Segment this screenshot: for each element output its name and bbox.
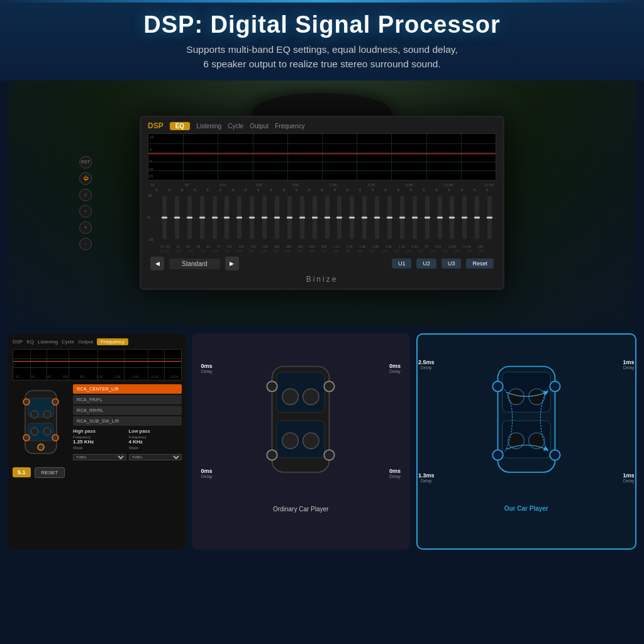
svg-point-15	[282, 389, 298, 404]
tab-listening[interactable]: Listening	[196, 123, 221, 130]
svg-point-10	[31, 428, 38, 435]
reset-button[interactable]: Reset	[466, 258, 494, 269]
highpass-filter: High pass Frequency 1.25 KHz Slope THRU	[73, 428, 126, 461]
sound-diagram-row: 0ms Delay 0ms Delay 0ms Delay 0ms Delay	[192, 333, 636, 550]
ordinary-car-card: 0ms Delay 0ms Delay 0ms Delay 0ms Delay	[192, 333, 410, 550]
svg-point-33	[550, 450, 560, 460]
back-button[interactable]: ←	[79, 205, 92, 218]
car-channel-area: RCA_CENTER_L/R RCA_FR/FL RCA_RR/RL RCA_S…	[13, 384, 182, 462]
ordinary-car-diagram: 0ms Delay 0ms Delay 0ms Delay 0ms Delay	[197, 338, 405, 503]
eq-bottom-controls: ◀ Standard ▶ U1 U2 U3 Reset	[148, 254, 496, 273]
svg-point-8	[31, 411, 38, 418]
vol-down-button[interactable]: -	[79, 238, 92, 250]
panel-tab-frequency[interactable]: Frequency	[97, 338, 128, 345]
svg-point-17	[282, 433, 298, 448]
channel-list: RCA_CENTER_L/R RCA_FR/FL RCA_RR/RL RCA_S…	[73, 384, 182, 426]
svg-point-5	[23, 435, 30, 441]
panel-eq-graph: 20 50 100 200 500 1.0K 2.0K 5.0K 10.0K 2…	[13, 349, 182, 380]
ordinary-label: Ordinary Car Player	[197, 506, 405, 513]
eq-sliders: // Will be rendered inline	[158, 192, 496, 243]
u3-button[interactable]: U3	[441, 258, 462, 269]
panel-tab-eq[interactable]: EQ	[26, 339, 34, 345]
svg-point-11	[43, 428, 51, 435]
svg-point-21	[267, 450, 277, 460]
home-button[interactable]: ⌂	[79, 189, 92, 201]
version-badge: 5.1	[13, 467, 31, 477]
slider-values-row: 000000000000000000000000000	[148, 188, 496, 192]
panel-red-line	[13, 361, 181, 362]
u2-button[interactable]: U2	[416, 258, 436, 269]
panel-tab-cycle[interactable]: Cycle	[62, 339, 74, 345]
svg-point-18	[303, 433, 319, 448]
q-row: Q: 2.0 2.0 2.0 2.0 2.0 2.0 2.0 2.0 2.0 2…	[148, 249, 496, 254]
our-label: Our Car Player	[423, 505, 631, 512]
power-button[interactable]: ⏻	[79, 172, 92, 185]
rst-label: RST	[79, 156, 92, 169]
fc-row: FC: 20 27 35 46 60 79 103 134 176 229 29…	[148, 244, 496, 249]
panel-bottom-controls: 5.1 RESET	[13, 467, 182, 478]
svg-point-20	[325, 381, 335, 391]
filter-columns: High pass Frequency 1.25 KHz Slope THRU …	[73, 428, 182, 461]
dsp-frequency-panel: DSP EQ Listening Cycle Output Frequency …	[8, 333, 187, 550]
dsp-brand: DSP	[148, 121, 164, 130]
panel-tab-listening[interactable]: Listening	[38, 339, 58, 345]
highpass-slope-select[interactable]: THRU	[73, 454, 126, 460]
panel-tab-dsp[interactable]: DSP	[13, 339, 23, 345]
channel-rr-rl[interactable]: RCA_RR/RL	[73, 406, 182, 415]
main-screen: DSP EQ Listening Cycle Output Frequency	[140, 116, 504, 290]
our-car-card: 2.5ms Delay 1ms Delay 1.3ms Delay 1ms De…	[416, 333, 637, 550]
header-subtitle: Supports multi-band EQ settings, equal l…	[13, 42, 631, 72]
prev-preset-button[interactable]: ◀	[150, 257, 164, 270]
vol-up-button[interactable]: +	[79, 221, 92, 234]
preset-label: Standard	[169, 258, 220, 269]
sound-diagram-section: 0ms Delay 0ms Delay 0ms Delay 0ms Delay	[192, 333, 636, 550]
svg-point-3	[23, 399, 30, 405]
bottom-section: DSP EQ Listening Cycle Output Frequency …	[0, 328, 644, 555]
u1-button[interactable]: U1	[392, 258, 412, 269]
page-title: DSP: Digital Signal Processor	[13, 11, 631, 38]
slider-area: 15 0 -15 // Will be rendered inline	[148, 192, 496, 243]
dsp-nav: DSP EQ Listening Cycle Output Frequency	[148, 121, 496, 130]
svg-point-6	[52, 435, 58, 441]
svg-point-30	[492, 381, 502, 391]
panel-tab-output[interactable]: Output	[78, 339, 93, 345]
eq-red-line	[148, 153, 496, 155]
svg-point-4	[52, 399, 58, 405]
channel-sub[interactable]: RCA_SUB_SW_L/R	[73, 416, 182, 426]
svg-point-32	[492, 450, 502, 460]
side-buttons: RST ⏻ ⌂ ← + -	[79, 156, 92, 250]
our-car-diagram: 2.5ms Delay 1ms Delay 1.3ms Delay 1ms De…	[423, 340, 631, 502]
tab-frequency[interactable]: Frequency	[275, 123, 304, 130]
tab-output[interactable]: Output	[250, 123, 269, 130]
tab-eq[interactable]: EQ	[170, 122, 190, 130]
header-section: DSP: Digital Signal Processor Supports m…	[0, 0, 644, 80]
eq-graph: 10 5 0 -10 -15	[148, 133, 496, 180]
svg-point-19	[267, 381, 277, 391]
panel-reset-button[interactable]: RESET	[35, 467, 65, 478]
panel-nav: DSP EQ Listening Cycle Output Frequency	[13, 338, 182, 345]
channel-fr-fl[interactable]: RCA_FR/FL	[73, 395, 182, 404]
binize-brand: Binize	[148, 273, 496, 286]
svg-point-9	[43, 411, 51, 418]
tab-cycle[interactable]: Cycle	[228, 123, 243, 130]
svg-point-7	[38, 444, 44, 450]
car-top-view	[13, 384, 69, 462]
svg-point-31	[550, 381, 560, 391]
lowpass-filter: Low pass Frequency 4 KHz Slope THRU	[129, 428, 182, 461]
channel-center[interactable]: RCA_CENTER_L/R	[73, 384, 182, 394]
next-preset-button[interactable]: ▶	[225, 257, 239, 270]
channel-filter-area: RCA_CENTER_L/R RCA_FR/FL RCA_RR/RL RCA_S…	[73, 384, 182, 461]
svg-point-22	[325, 450, 335, 460]
car-section: RST ⏻ ⌂ ← + - DSP EQ Listening Cycle Out…	[9, 80, 635, 326]
db-labels: 15 0 -15	[148, 192, 158, 243]
lowpass-slope-select[interactable]: THRU	[129, 454, 182, 460]
freq-labels: 20 50 100 200 500 1.0K 2.0K 5.0K 10.0K 2…	[148, 183, 496, 187]
svg-point-16	[303, 389, 319, 404]
